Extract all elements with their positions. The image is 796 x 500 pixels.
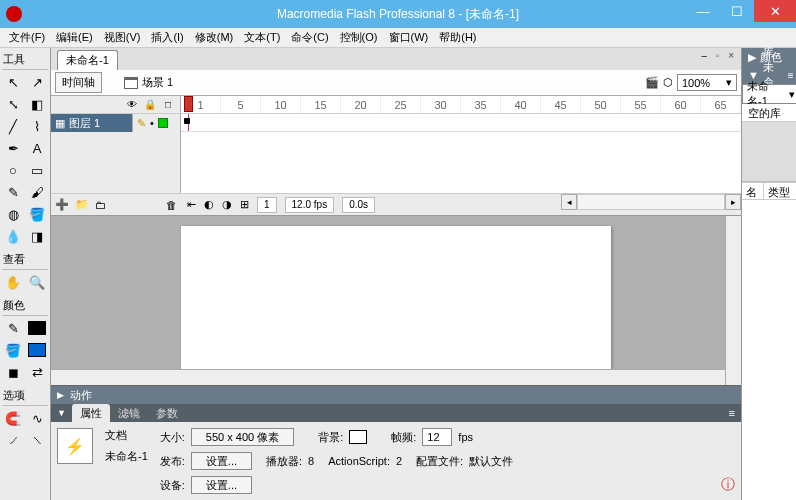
ruler-tick[interactable]: 55 xyxy=(621,96,661,113)
ruler-tick[interactable]: 15 xyxy=(301,96,341,113)
menu-control[interactable]: 控制(O) xyxy=(335,28,383,47)
swap-colors-icon[interactable]: ⇄ xyxy=(26,362,48,382)
menu-file[interactable]: 文件(F) xyxy=(4,28,50,47)
stage-area[interactable] xyxy=(51,216,741,385)
ink-bottle-tool-icon[interactable]: ◍ xyxy=(2,204,24,224)
visibility-icon[interactable]: 👁 xyxy=(126,99,138,111)
option-icon[interactable]: ⟍ xyxy=(26,430,48,450)
text-tool-icon[interactable]: A xyxy=(26,138,48,158)
onion-skin-icon[interactable]: ◐ xyxy=(204,198,214,211)
free-transform-tool-icon[interactable]: ⤡ xyxy=(2,94,24,114)
paint-bucket-tool-icon[interactable]: 🪣 xyxy=(26,204,48,224)
outline-icon[interactable]: □ xyxy=(162,99,174,111)
tab-filters[interactable]: 滤镜 xyxy=(110,404,148,423)
delete-layer-icon[interactable]: 🗑 xyxy=(166,199,177,211)
menu-view[interactable]: 视图(V) xyxy=(99,28,146,47)
menu-text[interactable]: 文本(T) xyxy=(239,28,285,47)
document-tab[interactable]: 未命名-1 xyxy=(57,50,118,70)
stage-vertical-scrollbar[interactable] xyxy=(725,216,741,385)
fill-swatch[interactable] xyxy=(26,340,48,360)
ruler-tick[interactable]: 50 xyxy=(581,96,621,113)
library-list[interactable] xyxy=(742,200,796,500)
ruler-tick[interactable]: 25 xyxy=(381,96,421,113)
edit-multiple-icon[interactable]: ⊞ xyxy=(240,198,249,211)
device-settings-button[interactable]: 设置... xyxy=(191,476,252,494)
menu-insert[interactable]: 插入(I) xyxy=(146,28,188,47)
edit-symbols-icon[interactable]: ⬡ xyxy=(663,76,673,89)
stroke-swatch[interactable] xyxy=(26,318,48,338)
menu-edit[interactable]: 编辑(E) xyxy=(51,28,98,47)
zoom-select[interactable]: 100%▾ xyxy=(677,74,737,91)
ruler-tick[interactable]: 20 xyxy=(341,96,381,113)
playhead-icon[interactable] xyxy=(184,96,193,112)
close-button[interactable]: ✕ xyxy=(754,0,796,22)
menu-modify[interactable]: 修改(M) xyxy=(190,28,239,47)
subselection-tool-icon[interactable]: ↗ xyxy=(26,72,48,92)
timeline-toggle-button[interactable]: 时间轴 xyxy=(55,72,102,93)
gradient-transform-tool-icon[interactable]: ◧ xyxy=(26,94,48,114)
ruler-tick[interactable]: 60 xyxy=(661,96,701,113)
doc-window-controls[interactable]: ‒ ▫ × xyxy=(701,50,737,61)
ruler-tick[interactable]: 65 xyxy=(701,96,741,113)
edit-scene-icon[interactable]: 🎬 xyxy=(645,76,659,89)
actions-panel-header[interactable]: ▶ 动作 xyxy=(51,386,741,404)
menu-help[interactable]: 帮助(H) xyxy=(434,28,481,47)
scene-breadcrumb[interactable]: 场景 1 xyxy=(124,75,173,90)
frame-cells[interactable] xyxy=(181,114,741,132)
minimize-button[interactable]: — xyxy=(686,0,720,22)
snap-option-icon[interactable]: 🧲 xyxy=(2,408,24,428)
tab-properties[interactable]: 属性 xyxy=(72,404,110,423)
zoom-tool-icon[interactable]: 🔍 xyxy=(26,272,48,292)
line-tool-icon[interactable]: ╱ xyxy=(2,116,24,136)
eyedropper-tool-icon[interactable]: 💧 xyxy=(2,226,24,246)
new-layer-icon[interactable]: ➕ xyxy=(55,198,69,211)
onion-outline-icon[interactable]: ◑ xyxy=(222,198,232,211)
ruler-tick[interactable]: 5 xyxy=(221,96,261,113)
frame-ruler[interactable]: 15101520253035404550556065 xyxy=(181,96,741,113)
ruler-tick[interactable]: 35 xyxy=(461,96,501,113)
layer-status-cells[interactable]: ✎• xyxy=(133,114,181,132)
pen-tool-icon[interactable]: ✒ xyxy=(2,138,24,158)
stroke-color-icon[interactable]: ✎ xyxy=(2,318,24,338)
info-ring-icon[interactable]: ⓘ xyxy=(721,476,735,494)
pencil-tool-icon[interactable]: ✎ xyxy=(2,182,24,202)
default-colors-icon[interactable]: ◼ xyxy=(2,362,24,382)
ruler-tick[interactable]: 45 xyxy=(541,96,581,113)
stage-canvas[interactable] xyxy=(181,226,611,376)
smooth-option-icon[interactable]: ∿ xyxy=(26,408,48,428)
library-doc-select[interactable]: 未命名-1 ▾ xyxy=(742,84,796,104)
new-guide-layer-icon[interactable]: 📁 xyxy=(75,198,89,211)
size-button[interactable]: 550 x 400 像素 xyxy=(191,428,294,446)
col-type[interactable]: 类型 xyxy=(764,183,796,199)
publish-settings-button[interactable]: 设置... xyxy=(191,452,252,470)
fps-input[interactable] xyxy=(422,428,452,446)
lasso-tool-icon[interactable]: ⌇ xyxy=(26,116,48,136)
brush-tool-icon[interactable]: 🖌 xyxy=(26,182,48,202)
straighten-option-icon[interactable]: ⟋ xyxy=(2,430,24,450)
rectangle-tool-icon[interactable]: ▭ xyxy=(26,160,48,180)
ruler-tick[interactable]: 10 xyxy=(261,96,301,113)
center-frame-icon[interactable]: ⇤ xyxy=(187,198,196,211)
selection-tool-icon[interactable]: ↖ xyxy=(2,72,24,92)
maximize-button[interactable]: ☐ xyxy=(720,0,754,22)
fill-color-icon[interactable]: 🪣 xyxy=(2,340,24,360)
menu-window[interactable]: 窗口(W) xyxy=(384,28,434,47)
menu-commands[interactable]: 命令(C) xyxy=(286,28,333,47)
timeline-scrollbar[interactable]: ◂▸ xyxy=(561,194,741,210)
bg-color-swatch[interactable] xyxy=(349,430,367,444)
stage-horizontal-scrollbar[interactable] xyxy=(51,369,725,385)
ruler-tick[interactable]: 30 xyxy=(421,96,461,113)
library-column-headers[interactable]: 名称 类型 xyxy=(742,182,796,200)
layer-name-cell[interactable]: ▦ 图层 1 xyxy=(51,114,133,132)
eraser-tool-icon[interactable]: ◨ xyxy=(26,226,48,246)
hand-tool-icon[interactable]: ✋ xyxy=(2,272,24,292)
tab-params[interactable]: 参数 xyxy=(148,404,186,423)
panel-menu-icon[interactable]: ≡ xyxy=(788,70,794,81)
panel-menu-icon[interactable]: ≡ xyxy=(729,407,741,419)
layer-row[interactable]: ▦ 图层 1 ✎• xyxy=(51,114,741,132)
new-folder-icon[interactable]: 🗀 xyxy=(95,199,106,211)
oval-tool-icon[interactable]: ○ xyxy=(2,160,24,180)
keyframe-icon[interactable] xyxy=(184,118,190,124)
ruler-tick[interactable]: 40 xyxy=(501,96,541,113)
col-name[interactable]: 名称 xyxy=(742,183,764,199)
